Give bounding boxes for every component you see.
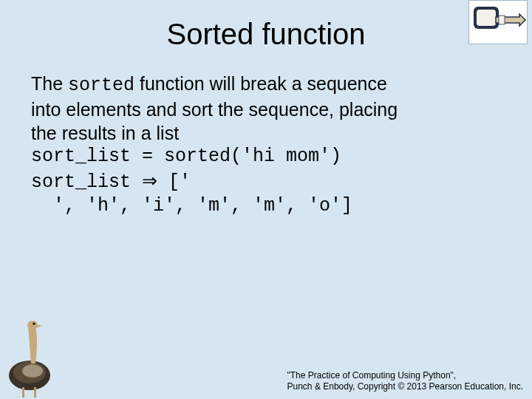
- svg-point-10: [22, 364, 43, 378]
- body-line-2: into elements and sort the sequence, pla…: [31, 98, 501, 121]
- svg-rect-8: [22, 387, 24, 398]
- pointing-hand-icon: [468, 0, 528, 44]
- body-line-3: the results in a list: [31, 121, 501, 145]
- footer-line-1: "The Practice of Computing Using Python"…: [287, 370, 523, 381]
- code-lhs: sort_list: [31, 171, 142, 193]
- svg-rect-9: [34, 387, 36, 398]
- body-line-1: The sorted function will break a sequenc…: [31, 72, 501, 98]
- slide-body: The sorted function will break a sequenc…: [0, 57, 532, 218]
- arrow-icon: ⇒: [142, 170, 157, 191]
- text-fragment: The: [31, 73, 68, 94]
- page-title: Sorted function: [0, 0, 532, 57]
- svg-point-6: [27, 321, 38, 330]
- footer-line-2: Punch & Enbody, Copyright © 2013 Pearson…: [287, 381, 523, 392]
- code-rhs: [': [157, 171, 191, 193]
- text-fragment: function will break a sequence: [134, 73, 387, 94]
- svg-rect-3: [499, 16, 505, 24]
- svg-point-7: [33, 322, 35, 324]
- code-line-3: ', 'h', 'i', 'm', 'm', 'o']: [31, 194, 501, 218]
- code-line-2: sort_list ⇒ [': [31, 168, 501, 194]
- code-line-1: sort_list = sorted('hi mom'): [31, 145, 501, 168]
- slide-footer: "The Practice of Computing Using Python"…: [287, 370, 523, 392]
- code-inline-sorted: sorted: [68, 75, 134, 96]
- svg-rect-2: [477, 10, 496, 26]
- ostrich-icon: [0, 318, 62, 399]
